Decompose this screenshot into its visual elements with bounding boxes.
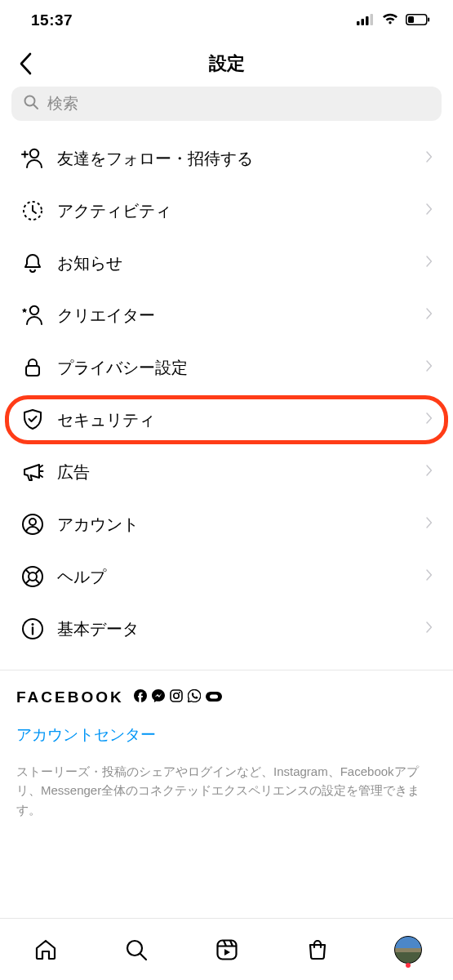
svg-rect-3 [371,14,374,25]
back-button[interactable] [11,49,41,78]
facebook-icon [134,689,147,706]
add-user-icon [16,142,49,175]
facebook-brand: FACEBOOK [16,688,124,706]
svg-rect-2 [366,16,369,25]
menu-item-label: セキュリティ [57,409,422,431]
svg-point-7 [25,96,35,105]
menu-item-activity[interactable]: アクティビティ [0,185,453,237]
svg-rect-1 [362,19,365,25]
chevron-right-icon [422,149,437,168]
messenger-icon [152,689,165,706]
chevron-right-icon [422,514,437,534]
menu-item-security[interactable]: セキュリティ [0,394,453,446]
svg-line-8 [34,105,38,109]
reels-icon [215,938,239,962]
notification-dot [406,963,411,968]
svg-rect-17 [217,940,236,959]
tab-search[interactable] [118,927,154,973]
lock-icon [16,351,49,384]
status-bar: 15:37 [0,0,453,41]
menu-item-about[interactable]: 基本データ [0,603,453,655]
search-field[interactable]: 検索 [11,87,442,121]
menu-item-account[interactable]: アカウント [0,498,453,550]
help-icon [16,560,49,593]
tab-home[interactable] [28,927,64,973]
chevron-right-icon [422,305,437,325]
wifi-icon [381,11,399,29]
page-title: 設定 [209,51,245,76]
svg-rect-5 [408,16,414,23]
menu-item-creator[interactable]: クリエイター [0,289,453,341]
menu-item-follow-invite[interactable]: 友達をフォロー・招待する [0,132,453,185]
tab-reels[interactable] [209,927,245,973]
battery-icon [406,11,430,29]
facebook-app-icons [134,689,222,706]
account-center-description: ストーリーズ・投稿のシェアやログインなど、Instagram、Facebookア… [0,762,453,819]
menu-item-label: アクティビティ [57,200,422,222]
star-user-icon [16,299,49,332]
menu-item-privacy[interactable]: プライバシー設定 [0,341,453,394]
chevron-right-icon [422,410,437,430]
oculus-icon [206,690,222,705]
chevron-right-icon [422,619,437,639]
search-icon [23,94,39,114]
settings-menu: 友達をフォロー・招待するアクティビティお知らせクリエイタープライバシー設定セキュ… [0,127,453,655]
svg-point-12 [179,692,180,693]
menu-item-ads[interactable]: 広告 [0,446,453,498]
activity-icon [16,194,49,227]
cell-signal-icon [357,11,375,29]
menu-item-label: 基本データ [57,618,422,640]
status-time: 15:37 [31,11,73,29]
tab-shop[interactable] [300,927,335,973]
chevron-right-icon [422,253,437,273]
chevron-right-icon [422,201,437,220]
svg-rect-0 [357,21,360,25]
chevron-right-icon [422,462,437,482]
menu-item-label: クリエイター [57,305,422,327]
menu-item-help[interactable]: ヘルプ [0,550,453,603]
home-icon [33,938,58,962]
svg-line-16 [140,954,146,960]
whatsapp-icon [188,689,201,706]
megaphone-icon [16,456,49,488]
menu-item-label: 友達をフォロー・招待する [57,148,422,170]
chevron-left-icon [19,52,33,75]
avatar [394,936,422,964]
svg-point-11 [173,693,178,698]
svg-rect-14 [210,695,218,699]
status-indicators [357,11,430,29]
menu-item-label: ヘルプ [57,566,422,588]
svg-rect-6 [428,18,429,22]
search-icon [124,938,149,962]
chevron-right-icon [422,358,437,377]
menu-item-label: お知らせ [57,252,422,274]
tab-profile[interactable] [390,927,426,973]
shield-icon [16,403,49,436]
svg-rect-10 [171,690,182,702]
facebook-section: FACEBOOK アカウントセンター [0,688,453,746]
menu-item-label: プライバシー設定 [57,357,422,379]
menu-item-label: 広告 [57,461,422,483]
account-icon [16,508,49,541]
account-center-link[interactable]: アカウントセンター [16,724,437,746]
shop-icon [305,938,330,962]
header: 設定 [0,41,453,87]
menu-item-label: アカウント [57,514,422,536]
info-icon [16,612,49,645]
divider [0,670,453,670]
search-placeholder: 検索 [47,93,78,114]
menu-item-notifications[interactable]: お知らせ [0,237,453,289]
bell-icon [16,247,49,279]
bottom-tab-bar [0,918,453,980]
instagram-icon [170,689,183,706]
chevron-right-icon [422,567,437,586]
